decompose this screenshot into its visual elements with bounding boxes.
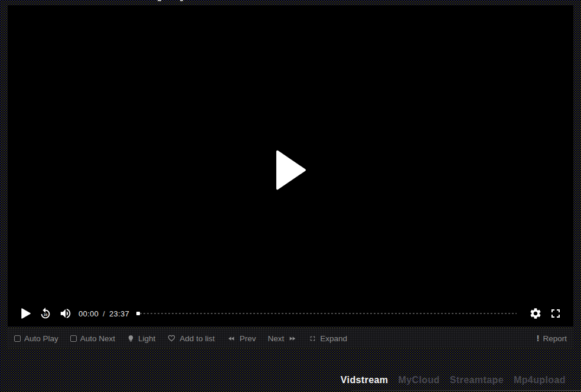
- expand-button[interactable]: Expand: [309, 334, 347, 343]
- heart-outline-icon: [167, 334, 176, 342]
- next-episode-button[interactable]: Next: [267, 334, 297, 343]
- seek-track[interactable]: [140, 313, 517, 314]
- server-tab-mycloud[interactable]: MyCloud: [398, 375, 439, 386]
- report-label: Report: [543, 334, 567, 343]
- settings-button[interactable]: [526, 304, 545, 323]
- server-tab-mp4upload[interactable]: Mp4upload: [514, 375, 566, 386]
- add-to-list-label: Add to list: [179, 334, 214, 343]
- light-label: Light: [138, 334, 155, 343]
- auto-play-toggle[interactable]: Auto Play: [14, 334, 58, 343]
- page-background: 10 00:00 / 23:37: [0, 0, 581, 392]
- prev-label: Prev: [240, 334, 256, 343]
- auto-play-label: Auto Play: [24, 334, 58, 343]
- gear-icon: [529, 307, 542, 320]
- server-tab-streamtape[interactable]: Streamtape: [450, 375, 504, 386]
- next-label: Next: [267, 334, 284, 343]
- rewind-10-button[interactable]: 10: [36, 304, 55, 323]
- auto-next-label: Auto Next: [80, 334, 115, 343]
- server-list: Vidstream MyCloud Streamtape Mp4upload: [0, 368, 581, 392]
- fullscreen-button[interactable]: [546, 304, 565, 323]
- fullscreen-corners-icon: [549, 306, 563, 321]
- volume-button[interactable]: [56, 304, 75, 323]
- video-player[interactable]: 10 00:00 / 23:37: [8, 5, 573, 326]
- expand-corners-icon: [309, 335, 316, 342]
- expand-label: Expand: [320, 334, 347, 343]
- clipped-text-fragment: [180, 0, 183, 1]
- time-separator: /: [103, 309, 105, 318]
- lightbulb-icon: [127, 334, 135, 343]
- light-toggle[interactable]: Light: [127, 334, 155, 343]
- checkbox-icon: [70, 335, 77, 342]
- clipped-text-fragment: [158, 0, 161, 1]
- double-arrow-right-icon: [288, 335, 297, 342]
- exclamation-icon: !: [537, 334, 540, 343]
- play-icon: [21, 308, 31, 319]
- report-button[interactable]: ! Report: [537, 334, 567, 343]
- prev-episode-button[interactable]: Prev: [227, 334, 256, 343]
- server-tab-vidstream[interactable]: Vidstream: [341, 375, 389, 386]
- checkbox-icon: [14, 335, 21, 342]
- seek-bar[interactable]: [136, 310, 517, 317]
- duration: 23:37: [109, 309, 129, 318]
- current-time: 00:00: [79, 309, 99, 318]
- big-play-button[interactable]: [273, 148, 308, 192]
- add-to-list-button[interactable]: Add to list: [167, 334, 214, 343]
- time-display: 00:00 / 23:37: [79, 309, 129, 318]
- speaker-icon: [59, 307, 72, 320]
- play-button[interactable]: [16, 304, 35, 323]
- double-arrow-left-icon: [227, 335, 236, 342]
- play-icon: [273, 185, 308, 194]
- player-control-bar: 10 00:00 / 23:37: [8, 300, 573, 326]
- seek-playhead[interactable]: [136, 312, 140, 315]
- svg-text:10: 10: [44, 313, 48, 316]
- replay-10-icon: 10: [39, 307, 52, 320]
- player-toolbar: Auto Play Auto Next Light Add to list: [8, 328, 573, 348]
- server-list-underline: [351, 390, 581, 391]
- auto-next-toggle[interactable]: Auto Next: [70, 334, 115, 343]
